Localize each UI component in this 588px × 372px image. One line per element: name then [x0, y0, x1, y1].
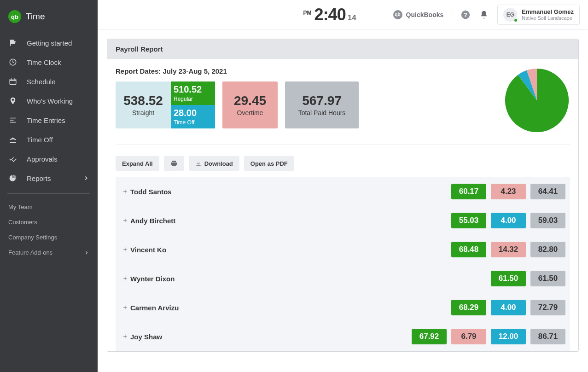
expand-row-button[interactable]: +: [120, 303, 130, 312]
sidebar-item-label: Time Entries: [27, 116, 65, 124]
sidebar-item-label: Reports: [27, 174, 51, 182]
row-badges: 68.294.0072.79: [451, 300, 565, 315]
check-double-icon: [8, 154, 17, 163]
sidebar-sub-my-team[interactable]: My Team: [0, 199, 98, 215]
clock-ampm: PM: [303, 10, 312, 16]
content: Payroll Report Report Dates: July 23-Aug…: [98, 29, 588, 372]
plane-icon: [8, 135, 17, 144]
sidebar-item-getting-started[interactable]: Getting started: [0, 33, 98, 52]
sidebar-item-time-clock[interactable]: Time Clock: [0, 52, 98, 72]
row-badges: 68.4814.3282.80: [451, 242, 565, 257]
report-dates: Report Dates: July 23-Aug 5, 2021: [116, 67, 493, 75]
sidebar-item-approvals[interactable]: Approvals: [0, 149, 98, 169]
tile-overtime-label: Overtime: [228, 109, 272, 116]
row-badges: 61.5061.50: [491, 271, 565, 286]
report-toolbar: Expand All Download Open as PDF: [116, 145, 570, 171]
expand-row-button[interactable]: +: [120, 274, 130, 283]
badge-total: 86.71: [530, 329, 565, 344]
badge-total: 82.80: [530, 242, 565, 257]
tile-timeoff: 28.00 Time Off: [171, 105, 215, 128]
expand-row-button[interactable]: +: [120, 332, 130, 341]
help-button[interactable]: ?: [460, 10, 471, 20]
clock-icon: [8, 58, 17, 67]
print-button[interactable]: [164, 156, 184, 171]
clock-seconds: 14: [348, 13, 356, 23]
badge-total: 64.41: [530, 184, 565, 199]
notifications-button[interactable]: [479, 10, 489, 20]
svg-text:?: ?: [464, 11, 467, 18]
row-badges: 55.034.0059.03: [451, 213, 565, 228]
badge-overtime: 4.23: [491, 184, 526, 199]
badge-overtime: 6.79: [451, 329, 486, 344]
row-badges: 67.926.7912.0086.71: [412, 329, 565, 344]
sidebar-item-schedule[interactable]: Schedule: [0, 72, 98, 91]
expand-row-button[interactable]: +: [120, 216, 130, 225]
avatar: EG: [503, 8, 517, 22]
quickbooks-icon: qb: [393, 10, 402, 19]
expand-row-button[interactable]: +: [120, 187, 130, 196]
sidebar-item-label: Getting started: [27, 39, 72, 47]
brand-logo[interactable]: qb Time: [0, 4, 98, 33]
table-row: +Andy Birchett55.034.0059.03: [116, 206, 570, 235]
tile-total-label: Total Paid Hours: [291, 109, 353, 116]
chevron-right-icon: [83, 175, 89, 181]
sidebar-item-time-entries[interactable]: Time Entries: [0, 110, 98, 130]
topbar-right: qb QuickBooks ? EG Emmanuel Gomez Native…: [393, 5, 580, 25]
badge-regular: 68.48: [451, 242, 486, 257]
expand-row-button[interactable]: +: [120, 245, 130, 254]
tile-overtime: 29.45 Overtime: [222, 81, 278, 128]
employee-name: Joy Shaw: [130, 333, 412, 341]
calendar-icon: [8, 77, 17, 86]
sidebar-item-label: Who's Working: [27, 97, 73, 105]
employee-rows: +Todd Santos60.174.2364.41+Andy Birchett…: [116, 177, 570, 351]
clock-time: 2:40: [314, 5, 346, 24]
tile-regular-label: Regular: [174, 96, 212, 102]
sidebar-item-label: Time Clock: [27, 58, 61, 66]
sidebar-item-time-off[interactable]: Time Off: [0, 130, 98, 149]
sidebar-sub-feature-addons[interactable]: Feature Add-ons: [0, 245, 98, 260]
presence-dot-icon: [514, 18, 518, 22]
table-row: +Carmen Arvizu68.294.0072.79: [116, 293, 570, 322]
sidebar-sub-customers[interactable]: Customers: [0, 215, 98, 230]
tile-straight-label: Straight: [121, 109, 165, 116]
badge-regular: 60.17: [451, 184, 486, 199]
sidebar-sub-label: Customers: [8, 219, 37, 226]
table-row: +Todd Santos60.174.2364.41: [116, 177, 570, 206]
pin-icon: [8, 96, 17, 105]
employee-name: Wynter Dixon: [130, 275, 491, 283]
tile-total: 567.97 Total Paid Hours: [285, 81, 359, 128]
sidebar-sub-label: Feature Add-ons: [8, 249, 52, 256]
clock-display: PM 2:40 14: [303, 5, 356, 24]
quickbooks-link[interactable]: qb QuickBooks: [393, 10, 444, 19]
list-icon: [8, 116, 17, 125]
badge-overtime: 14.32: [491, 242, 526, 257]
brand-text: Time: [26, 12, 45, 22]
table-row: +Vincent Ko68.4814.3282.80: [116, 235, 570, 264]
sidebar: qb Time Getting started Time Clock Sched…: [0, 0, 98, 372]
chart-pie-icon: [8, 174, 17, 183]
download-label: Download: [204, 160, 233, 167]
download-button[interactable]: Download: [189, 156, 239, 171]
badge-regular: 67.92: [412, 329, 447, 344]
expand-all-button[interactable]: Expand All: [116, 156, 159, 171]
bell-icon: [479, 10, 489, 19]
download-icon: [195, 160, 202, 167]
sidebar-sub-label: Company Settings: [8, 234, 57, 241]
sidebar-item-reports[interactable]: Reports: [0, 169, 98, 188]
report-body: Report Dates: July 23-Aug 5, 2021 538.52…: [107, 59, 578, 351]
tile-total-value: 567.97: [291, 93, 353, 108]
summary-tiles: 538.52 Straight 510.52 Regular: [116, 81, 493, 128]
sidebar-item-label: Approvals: [27, 155, 58, 163]
sidebar-sub-company-settings[interactable]: Company Settings: [0, 230, 98, 245]
main: PM 2:40 14 qb QuickBooks ? EG E: [98, 0, 588, 372]
user-menu[interactable]: EG Emmanuel Gomez Native Soil Landscape: [497, 5, 580, 25]
sidebar-item-whos-working[interactable]: Who's Working: [0, 91, 98, 110]
table-row: +Joy Shaw67.926.7912.0086.71: [116, 322, 570, 351]
badge-regular: 55.03: [451, 213, 486, 228]
open-pdf-button[interactable]: Open as PDF: [244, 156, 294, 171]
flag-icon: [8, 38, 17, 47]
row-badges: 60.174.2364.41: [451, 184, 565, 199]
pie-chart: [504, 67, 570, 134]
tile-straight-value: 538.52: [121, 93, 165, 108]
topbar: PM 2:40 14 qb QuickBooks ? EG E: [98, 0, 588, 29]
